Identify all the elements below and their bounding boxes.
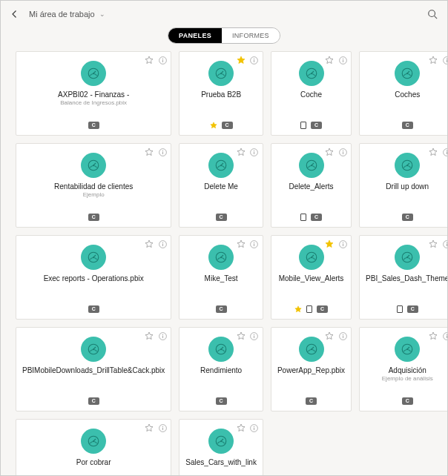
header-bar: Mi área de trabajo ⌄ — [1, 1, 447, 24]
dashboard-card[interactable]: PowerApp_Rep.pbixC — [271, 327, 352, 411]
svg-point-21 — [447, 58, 447, 59]
card-footer: C — [360, 214, 448, 221]
dashboard-card[interactable]: PBIMobileDownloads_DrillTable&Cack.pbixC — [16, 327, 171, 411]
dashboard-card[interactable]: Delete_AlertsC — [271, 143, 352, 228]
card-footer: C — [271, 214, 351, 221]
dashboard-card[interactable]: Mike_TestC — [179, 235, 263, 320]
svg-point-93 — [447, 334, 447, 334]
info-icon[interactable] — [249, 147, 260, 157]
info-icon[interactable] — [441, 239, 448, 249]
favorite-star-icon[interactable] — [428, 331, 438, 341]
svg-point-109 — [220, 440, 222, 442]
info-icon[interactable] — [249, 239, 260, 249]
svg-rect-82 — [254, 335, 254, 337]
dashboard-card[interactable]: Drill up downC — [359, 143, 448, 228]
chevron-down-icon: ⌄ — [99, 10, 105, 18]
info-icon[interactable] — [441, 147, 448, 157]
classification-badge: C — [216, 305, 227, 313]
classification-badge: C — [311, 122, 322, 129]
favorite-star-icon[interactable] — [236, 55, 246, 65]
tab-panels[interactable]: PANELES — [168, 28, 222, 43]
favorite-star-icon[interactable] — [428, 55, 438, 65]
card-title: Adquisición — [386, 366, 429, 375]
dashboard-icon — [395, 61, 420, 86]
info-icon[interactable] — [337, 239, 348, 249]
favorite-star-icon[interactable] — [236, 239, 246, 249]
svg-rect-28 — [162, 151, 163, 153]
info-icon[interactable] — [441, 55, 448, 65]
dashboard-card[interactable]: AdquisiciónEjemplo de análisisC — [359, 327, 448, 411]
dashboard-icon — [299, 337, 324, 362]
classification-badge: C — [402, 122, 413, 129]
card-footer: C — [360, 397, 448, 405]
back-button[interactable] — [8, 7, 22, 21]
favorite-star-icon[interactable] — [236, 423, 246, 433]
favorite-star-icon[interactable] — [144, 55, 154, 65]
dashboard-card[interactable]: RendimientoC — [179, 327, 263, 411]
svg-rect-106 — [254, 427, 254, 429]
card-subtitle: Ejemplo de análisis — [379, 375, 436, 383]
svg-point-0 — [429, 10, 435, 17]
info-icon[interactable] — [157, 423, 168, 433]
favorite-star-icon[interactable] — [428, 239, 438, 249]
classification-badge: C — [216, 214, 227, 221]
favorite-star-icon[interactable] — [428, 147, 438, 157]
favorite-star-icon[interactable] — [236, 331, 246, 341]
classification-badge: C — [407, 305, 418, 313]
svg-point-73 — [406, 257, 408, 258]
info-icon[interactable] — [157, 147, 168, 157]
svg-point-19 — [311, 73, 312, 74]
dashboard-card[interactable]: Por cobrarC — [16, 419, 171, 476]
dashboard-card[interactable]: Sales_Cars_with_linkC — [179, 419, 263, 476]
favorite-star-icon[interactable] — [324, 55, 335, 65]
favorite-star-icon[interactable] — [144, 147, 154, 157]
tab-reports[interactable]: INFORMES — [222, 28, 280, 43]
dashboard-icon — [208, 61, 234, 86]
favorite-star-icon[interactable] — [324, 239, 335, 249]
favorite-star-icon[interactable] — [144, 423, 154, 433]
info-icon[interactable] — [157, 55, 168, 65]
dashboard-card[interactable]: Prueba B2BC — [179, 51, 263, 136]
svg-rect-64 — [343, 243, 343, 245]
dashboard-card[interactable]: CocheC — [271, 51, 352, 136]
card-title: Delete Me — [201, 182, 241, 191]
info-icon[interactable] — [157, 331, 168, 341]
dashboard-card[interactable]: Delete MeC — [179, 143, 263, 228]
svg-point-39 — [342, 150, 343, 151]
dashboard-card[interactable]: PBI_Sales_Dash_ThemeC — [359, 235, 448, 320]
info-icon[interactable] — [337, 55, 348, 65]
svg-rect-58 — [254, 243, 254, 245]
svg-point-44 — [444, 148, 448, 156]
svg-point-3 — [162, 58, 163, 59]
favorite-star-icon[interactable] — [236, 147, 246, 157]
favorite-star-icon[interactable] — [144, 239, 154, 249]
dashboard-card[interactable]: AXPBI02 - Finanzas -Balance de Ingresos.… — [16, 51, 171, 136]
svg-point-37 — [220, 165, 222, 166]
info-icon[interactable] — [249, 423, 260, 433]
card-title: Rentabilidad de clientes — [51, 182, 136, 191]
classification-badge: C — [88, 122, 99, 129]
dashboard-card[interactable]: CochesC — [359, 51, 448, 136]
info-icon[interactable] — [337, 331, 348, 341]
dashboard-card[interactable]: Rentabilidad de clientesEjemploC — [16, 143, 171, 228]
info-icon[interactable] — [249, 55, 260, 65]
card-footer: C — [360, 305, 448, 313]
card-title: Mobile_View_Alerts — [276, 274, 347, 283]
info-icon[interactable] — [249, 331, 260, 341]
info-icon[interactable] — [337, 147, 348, 157]
dashboard-card[interactable]: Exec reports - Operations.pbixC — [16, 235, 171, 320]
favorite-star-icon[interactable] — [144, 331, 154, 341]
info-icon[interactable] — [157, 239, 168, 249]
svg-rect-46 — [447, 151, 447, 153]
dashboard-card[interactable]: Mobile_View_AlertsC — [271, 235, 352, 320]
workspace-dropdown[interactable]: Mi área de trabajo ⌄ — [29, 10, 105, 19]
svg-rect-100 — [162, 427, 163, 429]
classification-badge: C — [311, 214, 322, 221]
search-button[interactable] — [425, 7, 440, 22]
favorite-star-icon[interactable] — [324, 147, 335, 157]
card-footer: C — [179, 214, 263, 221]
svg-point-103 — [93, 440, 94, 442]
favorite-star-icon[interactable] — [324, 331, 335, 341]
info-icon[interactable] — [441, 331, 448, 341]
card-title: Mike_Test — [202, 274, 241, 283]
